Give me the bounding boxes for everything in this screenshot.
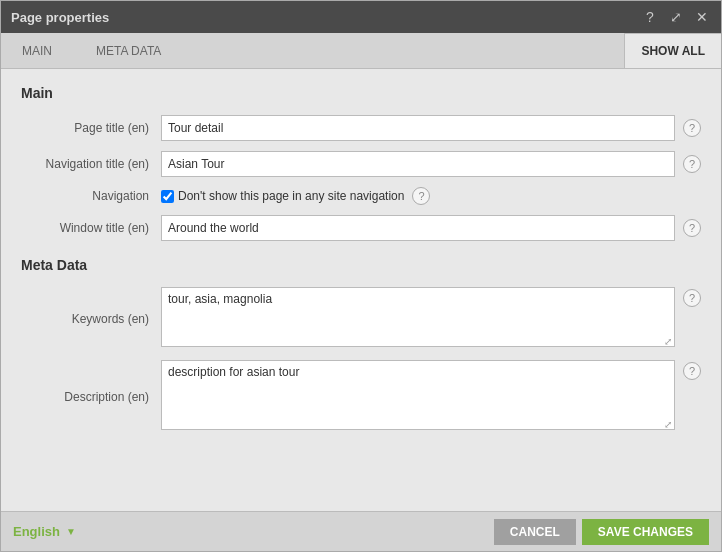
- keywords-textarea[interactable]: tour, asia, magnolia: [161, 287, 675, 347]
- language-label: English: [13, 524, 60, 539]
- description-label: Description (en): [21, 390, 161, 404]
- tab-show-all[interactable]: SHOW ALL: [624, 33, 721, 68]
- navigation-checkbox-label: Don't show this page in any site navigat…: [178, 189, 404, 203]
- dialog-title: Page properties: [11, 10, 109, 25]
- navigation-label: Navigation: [21, 189, 161, 203]
- nav-title-input[interactable]: [161, 151, 675, 177]
- page-title-help-icon[interactable]: ?: [683, 119, 701, 137]
- help-icon[interactable]: ?: [641, 8, 659, 26]
- nav-title-row: Navigation title (en) ?: [21, 151, 701, 177]
- page-title-input[interactable]: [161, 115, 675, 141]
- keywords-expand-icon[interactable]: ⤢: [664, 336, 672, 347]
- navigation-row: Navigation Don't show this page in any s…: [21, 187, 701, 205]
- nav-title-label: Navigation title (en): [21, 157, 161, 171]
- language-selector[interactable]: English ▼: [13, 524, 76, 539]
- navigation-help-icon[interactable]: ?: [412, 187, 430, 205]
- navigation-checkbox[interactable]: [161, 190, 174, 203]
- window-title-wrapper: ?: [161, 215, 701, 241]
- keywords-label: Keywords (en): [21, 312, 161, 326]
- window-title-row: Window title (en) ?: [21, 215, 701, 241]
- meta-section-title: Meta Data: [21, 257, 701, 273]
- keywords-textarea-wrapper: tour, asia, magnolia ⤢: [161, 287, 675, 350]
- title-bar-icons: ? ⤢ ✕: [641, 8, 711, 26]
- description-help-icon[interactable]: ?: [683, 362, 701, 380]
- nav-title-help-icon[interactable]: ?: [683, 155, 701, 173]
- footer: English ▼ CANCEL SAVE CHANGES: [1, 511, 721, 551]
- footer-buttons: CANCEL SAVE CHANGES: [494, 519, 709, 545]
- language-dropdown-icon: ▼: [66, 526, 76, 537]
- keywords-row: Keywords (en) tour, asia, magnolia ⤢ ?: [21, 287, 701, 350]
- keywords-help-icon[interactable]: ?: [683, 289, 701, 307]
- cancel-button[interactable]: CANCEL: [494, 519, 576, 545]
- page-properties-dialog: Page properties ? ⤢ ✕ MAIN META DATA SHO…: [0, 0, 722, 552]
- description-wrapper: description for asian tour ⤢ ?: [161, 360, 701, 433]
- window-title-input[interactable]: [161, 215, 675, 241]
- window-title-help-icon[interactable]: ?: [683, 219, 701, 237]
- navigation-checkbox-row: Don't show this page in any site navigat…: [161, 189, 404, 203]
- title-bar: Page properties ? ⤢ ✕: [1, 1, 721, 33]
- save-button[interactable]: SAVE CHANGES: [582, 519, 709, 545]
- meta-section: Meta Data Keywords (en) tour, asia, magn…: [21, 257, 701, 433]
- restore-icon[interactable]: ⤢: [667, 8, 685, 26]
- description-row: Description (en) description for asian t…: [21, 360, 701, 433]
- description-textarea-wrapper: description for asian tour ⤢: [161, 360, 675, 433]
- page-title-wrapper: ?: [161, 115, 701, 141]
- tab-metadata[interactable]: META DATA: [75, 33, 182, 68]
- navigation-wrapper: Don't show this page in any site navigat…: [161, 187, 701, 205]
- tab-bar: MAIN META DATA SHOW ALL: [1, 33, 721, 69]
- description-textarea[interactable]: description for asian tour: [161, 360, 675, 430]
- tab-main[interactable]: MAIN: [1, 33, 73, 68]
- page-title-row: Page title (en) ?: [21, 115, 701, 141]
- close-icon[interactable]: ✕: [693, 8, 711, 26]
- content-area: Main Page title (en) ? Navigation title …: [1, 69, 721, 511]
- description-expand-icon[interactable]: ⤢: [664, 419, 672, 430]
- main-section-title: Main: [21, 85, 701, 101]
- keywords-wrapper: tour, asia, magnolia ⤢ ?: [161, 287, 701, 350]
- window-title-label: Window title (en): [21, 221, 161, 235]
- page-title-label: Page title (en): [21, 121, 161, 135]
- nav-title-wrapper: ?: [161, 151, 701, 177]
